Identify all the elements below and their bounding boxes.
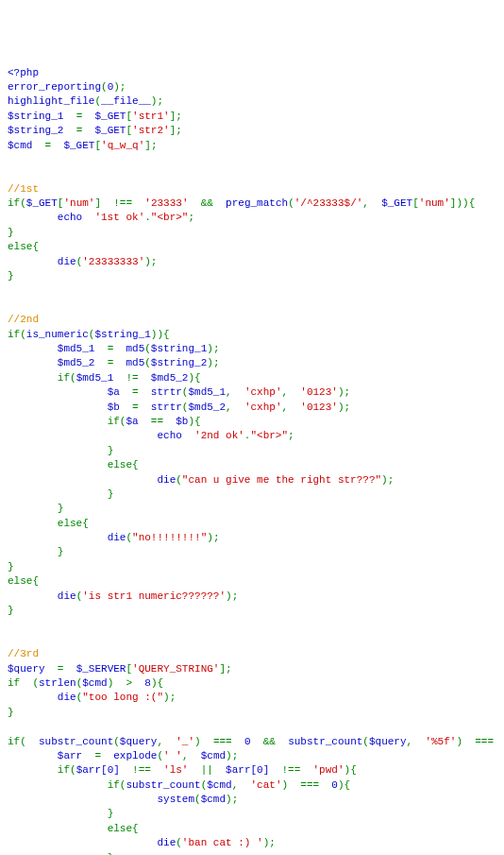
const-file: __file__	[101, 95, 151, 107]
str: "<br>"	[151, 212, 189, 223]
var: $md5_2	[151, 372, 189, 384]
paren: )	[226, 590, 232, 602]
brace: }	[108, 808, 114, 819]
str: '0123'	[300, 402, 338, 413]
paren: )	[456, 736, 462, 747]
str: 'q_w_q'	[101, 140, 144, 151]
op: =	[94, 750, 101, 761]
var: $string_1	[151, 343, 207, 354]
semi: ;	[213, 357, 220, 368]
paren: )	[207, 343, 213, 354]
var: $string_2	[151, 357, 207, 368]
paren: (	[113, 736, 120, 747]
op: ||	[201, 764, 213, 776]
fn-error-reporting: error_reporting	[8, 81, 101, 93]
fn: system	[157, 794, 194, 805]
brace: {	[469, 197, 476, 209]
fn: strtr	[151, 386, 182, 398]
op: =	[76, 111, 83, 122]
semi: ;	[188, 212, 194, 223]
var: $cmd	[82, 677, 107, 689]
semi: ;	[288, 430, 294, 441]
semi: ;	[176, 111, 182, 122]
semi: ;	[269, 837, 276, 848]
kw: if	[108, 416, 120, 427]
str: 'cxhp'	[244, 386, 282, 398]
kw: if	[8, 677, 20, 689]
brace: }	[58, 503, 64, 514]
comma: ,	[407, 736, 413, 747]
paren: )	[207, 532, 213, 543]
op: =	[132, 386, 139, 398]
paren: )	[226, 794, 232, 805]
fn: die	[157, 474, 176, 486]
op: !==	[132, 764, 151, 776]
superglobal: $_GET	[94, 125, 126, 136]
comma: ,	[182, 750, 189, 761]
brace: {	[132, 459, 139, 470]
comma: ,	[282, 386, 289, 398]
var: $b	[176, 416, 188, 427]
op: !==	[113, 197, 132, 209]
var: $arr[0]	[226, 764, 269, 776]
op: ==	[151, 416, 163, 427]
str: 'QUERY_STRING'	[132, 663, 219, 675]
op: =	[45, 140, 52, 151]
fn: die	[157, 837, 176, 848]
paren: )	[194, 736, 201, 747]
paren: )	[338, 402, 344, 413]
str: 'ls'	[163, 764, 188, 776]
var: $arr	[58, 750, 82, 761]
str: 'num'	[419, 197, 450, 209]
brace: }	[8, 605, 14, 616]
bracket: ]	[144, 140, 151, 151]
op: &&	[201, 197, 213, 209]
fn: preg_match	[226, 197, 288, 209]
brace: }	[8, 561, 14, 573]
fn: substr_count	[39, 736, 113, 747]
paren: (	[362, 736, 369, 747]
paren: )	[338, 779, 344, 791]
semi: ;	[388, 474, 395, 486]
var: $a	[126, 416, 138, 427]
brace: {	[163, 329, 170, 340]
var: $arr[0]	[76, 764, 120, 776]
num: 0	[331, 779, 338, 791]
code-block: <?php error_reporting(0); highlight_file…	[8, 66, 496, 855]
kw: else	[8, 575, 32, 587]
semi: ;	[151, 140, 158, 151]
num: 0	[244, 736, 251, 747]
str: '/^23333$/'	[294, 197, 363, 209]
str: "<br>"	[250, 430, 288, 441]
paren: )	[207, 357, 213, 368]
kw: echo	[157, 430, 181, 441]
semi: ;	[170, 692, 176, 703]
paren: (	[20, 197, 26, 209]
fn: die	[58, 590, 76, 602]
num: 8	[144, 677, 151, 689]
brace: {	[194, 372, 201, 384]
superglobal: $_GET	[26, 197, 58, 209]
var: $string_1	[94, 329, 150, 340]
comma: ,	[226, 402, 232, 413]
superglobal: $_GET	[381, 197, 412, 209]
brace: }	[8, 227, 14, 238]
bracket: ]	[94, 197, 101, 209]
fn: strlen	[39, 677, 76, 689]
semi: ;	[157, 95, 163, 107]
op: !=	[126, 372, 138, 384]
brace: {	[32, 575, 39, 587]
op: =	[108, 343, 114, 354]
var: $md5_1	[188, 386, 226, 398]
paren: (	[144, 357, 151, 368]
str: '23333333'	[82, 256, 144, 267]
op: ===	[475, 736, 494, 747]
fn: md5	[126, 357, 144, 368]
str: 'is str1 numeric??????'	[82, 590, 226, 602]
paren: )	[108, 677, 114, 689]
fn: die	[58, 256, 76, 267]
op: !==	[282, 764, 301, 776]
brace: }	[108, 445, 114, 456]
var: $cmd	[207, 779, 231, 791]
brace: {	[344, 779, 351, 791]
